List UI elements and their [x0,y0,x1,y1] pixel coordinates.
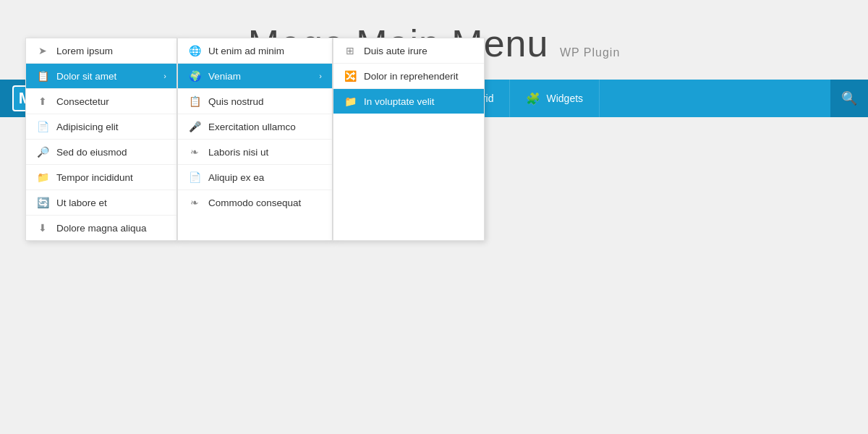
item-label: Lorem ipsum [56,46,113,56]
folder2-icon: 📁 [344,95,357,107]
calendar-icon: 📋 [36,70,49,82]
nav-item-widgets[interactable]: 🧩 Widgets [510,80,600,117]
doc2-icon: 📄 [188,171,201,183]
world-icon: 🌍 [188,70,201,82]
symbol-icon: ❧ [188,197,201,208]
list-item[interactable]: 🌐 Ut enim ad minim [178,38,332,64]
list-item[interactable]: ❧ Commodo consequat [178,190,332,215]
item-label: Consectetur [56,96,109,107]
search-sm-icon: 🔎 [36,146,49,158]
folder-icon: 📁 [36,171,49,183]
item-label: Tempor incididunt [56,172,133,183]
dropdown-level-2: 🌐 Ut enim ad minim 🌍 Veniam › 📋 Quis nos… [177,38,333,241]
list-item[interactable]: 🌍 Veniam › [178,64,332,89]
list-item[interactable]: 📋 Quis nostrud [178,89,332,114]
mic-icon: 🎤 [188,121,201,132]
search-icon: 🔍 [841,90,857,106]
item-label: Commodo consequat [208,197,301,208]
item-label: Ut labore et [56,197,107,208]
branch-icon: ❧ [188,146,201,158]
subtitle-text: WP Plugin [560,46,620,59]
document-icon: 📄 [36,121,49,132]
item-label: Sed do eiusmod [56,147,127,158]
list-item[interactable]: 🔀 Dolor in reprehenderit [333,64,484,89]
list-item[interactable]: 📁 Tempor incididunt [26,165,176,190]
item-label: Dolore magna aliqua [56,223,147,234]
list-item[interactable]: 📁 In voluptate velit [333,89,484,114]
list-item[interactable]: 📄 Aliquip ex ea [178,165,332,190]
search-button[interactable]: 🔍 [830,80,868,117]
chevron-right-icon: › [319,72,322,80]
list-item[interactable]: 🎤 Exercitation ullamco [178,114,332,140]
item-label: Exercitation ullamco [208,122,296,132]
download-icon: ⬇ [36,222,49,234]
chevron-right-icon: › [163,72,166,80]
list-item[interactable]: 📄 Adipisicing elit [26,114,176,140]
item-label: Laboris nisi ut [208,147,268,158]
list-item[interactable]: 🔄 Ut labore et [26,190,176,216]
widgets-label: Widgets [546,93,583,104]
item-label: In voluptate velit [364,96,435,107]
item-label: Adipisicing elit [56,122,119,132]
dropdown-container: ➤ Lorem ipsum 📋 Dolor sit amet › ⬆ Conse… [25,38,485,241]
list-item[interactable]: 🔎 Sed do eiusmod [26,140,176,165]
widgets-icon: 🧩 [526,92,540,106]
list-icon: 📋 [188,95,201,107]
item-label: Dolor in reprehenderit [364,71,459,82]
list-item[interactable]: ❧ Laboris nisi ut [178,140,332,165]
dropdown-level-1: ➤ Lorem ipsum 📋 Dolor sit amet › ⬆ Conse… [25,38,177,241]
list-item[interactable]: ➤ Lorem ipsum [26,38,176,64]
list-item[interactable]: ⬇ Dolore magna aliqua [26,216,176,240]
list-item[interactable]: 📋 Dolor sit amet › [26,64,176,89]
list-item[interactable]: ⬆ Consectetur [26,89,176,114]
shuffle-icon: 🔀 [344,70,357,82]
globe-icon: 🌐 [188,45,201,56]
refresh-icon: 🔄 [36,197,49,208]
item-label: Ut enim ad minim [208,46,284,56]
dropdown-level-3: ⊞ Duis aute irure 🔀 Dolor in reprehender… [333,38,485,241]
upload-icon: ⬆ [36,95,49,107]
list-item[interactable]: ⊞ Duis aute irure [333,38,484,64]
item-label: Dolor sit amet [56,71,116,82]
item-label: Quis nostrud [208,96,264,107]
item-label: Aliquip ex ea [208,172,264,183]
item-label: Duis aute irure [364,46,427,56]
arrow-icon: ➤ [36,45,49,56]
item-label: Veniam [208,71,241,82]
grid2-icon: ⊞ [344,45,357,56]
